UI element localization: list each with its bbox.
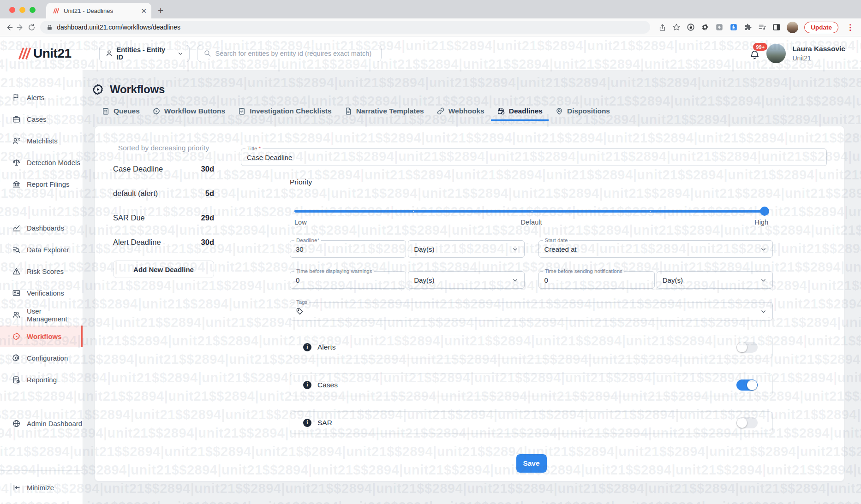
- notification-count-badge: 99+: [753, 43, 767, 51]
- info-icon[interactable]: i: [303, 343, 311, 351]
- toggle-knob: [747, 380, 757, 390]
- password-manager-extension-icon[interactable]: [687, 23, 695, 31]
- sidebar-minimize-button[interactable]: Minimize: [0, 471, 83, 504]
- flag-icon: [12, 93, 21, 102]
- sidebar-item-user-management[interactable]: User Management: [0, 304, 83, 326]
- share-icon[interactable]: [658, 24, 666, 31]
- sidebar-item-dashboards[interactable]: Dashboards: [0, 217, 83, 239]
- chrome-menu-icon[interactable]: ⋮: [844, 23, 856, 32]
- id-card-icon: [12, 289, 21, 297]
- warnings-label: Time before displaying warnings: [294, 268, 374, 274]
- unit21-logo[interactable]: Unit21: [18, 46, 72, 61]
- tab-webhooks[interactable]: Webhooks: [436, 107, 484, 121]
- info-icon[interactable]: i: [303, 419, 311, 427]
- settings-gear-extension-icon[interactable]: [701, 23, 709, 31]
- warnings-unit-select[interactable]: Day(s): [408, 271, 524, 289]
- deadline-unit-select[interactable]: Day(s): [408, 240, 524, 258]
- sidebar-item-report-filings[interactable]: Report Filings: [0, 173, 83, 195]
- entity-search-input[interactable]: Search for entities by entity id (requir…: [197, 45, 382, 62]
- lock-icon[interactable]: [47, 24, 53, 30]
- warnings-amount-input[interactable]: Time before displaying warnings 0: [290, 271, 406, 289]
- sidebar-item-admin-dashboard[interactable]: Admin Dashboard: [0, 413, 83, 434]
- chevron-down-icon: [512, 246, 519, 253]
- deadline-list-item[interactable]: default (alert) 5d: [113, 181, 214, 206]
- title-field-value: Case Deadline: [247, 154, 292, 161]
- sidebar-item-verifications[interactable]: Verifications: [0, 282, 83, 304]
- tab-close-icon[interactable]: ✕: [141, 7, 147, 14]
- user-name: Laura Kassovic: [792, 45, 845, 53]
- info-icon[interactable]: i: [303, 381, 311, 389]
- notifications-unit-select[interactable]: Day(s): [657, 271, 773, 289]
- slider-thumb[interactable]: [760, 207, 769, 216]
- tab-workflow-buttons[interactable]: Workflow Buttons: [152, 107, 225, 121]
- sidebar-item-workflows[interactable]: Workflows: [0, 326, 83, 347]
- tab-queues[interactable]: Queues: [102, 107, 140, 121]
- collapse-sidebar-icon: [12, 483, 21, 492]
- reload-icon[interactable]: [28, 21, 36, 34]
- new-tab-button[interactable]: +: [158, 6, 163, 15]
- sidebar-item-matchlists[interactable]: Matchlists: [0, 130, 83, 152]
- grey-box-extension-icon[interactable]: [715, 23, 723, 31]
- tab-deadlines[interactable]: Deadlines: [497, 107, 543, 121]
- people-icon: [12, 310, 21, 319]
- tab-narrative-templates[interactable]: Narrative Templates: [344, 107, 424, 121]
- notifications-amount-input[interactable]: Time before sending notifications 0: [538, 271, 655, 289]
- bookmark-star-icon[interactable]: [672, 23, 681, 31]
- title-field[interactable]: Title * Case Deadline: [241, 148, 827, 166]
- deadline-amount-input[interactable]: Deadline* 30: [290, 240, 406, 258]
- sidebar-item-reporting[interactable]: Reporting: [0, 369, 83, 391]
- search-placeholder: Search for entities by entity id (requir…: [215, 50, 371, 57]
- chevron-down-icon: [760, 277, 767, 284]
- tab-investigation-checklists[interactable]: Investigation Checklists: [238, 107, 331, 121]
- close-window-button[interactable]: [9, 7, 15, 13]
- notifications-button[interactable]: 99+: [749, 47, 760, 60]
- minimize-window-button[interactable]: [19, 7, 25, 13]
- deadline-list-item[interactable]: Alert Deadline 30d: [113, 230, 214, 255]
- sidebar-item-alerts[interactable]: Alerts: [0, 87, 83, 108]
- page-title-row: Workflows: [91, 83, 861, 96]
- alerts-toggle[interactable]: [736, 342, 758, 353]
- download-extension-icon[interactable]: [729, 23, 738, 31]
- entity-type-select[interactable]: Entities - Entity ID: [99, 45, 190, 62]
- deadline-list-item[interactable]: Case Deadline 30d: [113, 157, 214, 181]
- browser-tabstrip: Unit21 - Deadlines ✕ +: [0, 0, 861, 18]
- tab-label: Queues: [114, 107, 140, 115]
- tags-select[interactable]: Tags: [290, 302, 773, 320]
- browser-tab[interactable]: Unit21 - Deadlines ✕: [46, 3, 151, 18]
- tab-label: Dispositions: [567, 107, 610, 115]
- browser-profile-avatar[interactable]: [787, 22, 798, 33]
- sidebar-item-cases[interactable]: Cases: [0, 108, 83, 130]
- warnings-unit-value: Day(s): [414, 276, 434, 284]
- tab-dispositions[interactable]: Dispositions: [555, 107, 610, 121]
- sidebar-item-label: Admin Dashboard: [27, 420, 82, 427]
- sidebar-item-detection-models[interactable]: Detection Models: [0, 152, 83, 173]
- sidebar-item-configuration[interactable]: Configuration: [0, 347, 83, 369]
- forward-icon[interactable]: [16, 21, 25, 34]
- fullscreen-window-button[interactable]: [30, 7, 36, 13]
- back-icon[interactable]: [5, 21, 13, 34]
- address-bar[interactable]: dashboard.unit21.com/workflows/deadlines: [40, 21, 650, 34]
- media-queue-extension-icon[interactable]: [758, 23, 766, 31]
- user-avatar[interactable]: [766, 44, 786, 63]
- start-date-select[interactable]: Start date Created at: [538, 240, 773, 258]
- calendar-clock-icon: [497, 107, 505, 115]
- minimize-label: Minimize: [27, 484, 54, 492]
- chrome-update-button[interactable]: Update: [804, 22, 838, 33]
- workflow-tabs: Queues Workflow Buttons Investigation Ch…: [102, 107, 861, 121]
- sar-toggle[interactable]: [736, 417, 758, 428]
- deadline-list-item[interactable]: SAR Due 29d: [113, 206, 214, 230]
- deadline-value: 29d: [201, 213, 214, 222]
- add-new-deadline-button[interactable]: Add New Deadline: [113, 261, 214, 278]
- save-button[interactable]: Save: [516, 454, 547, 473]
- user-info[interactable]: Laura Kassovic Unit21: [792, 45, 845, 62]
- extensions-puzzle-icon[interactable]: [744, 23, 752, 31]
- tab-label: Webhooks: [448, 107, 484, 115]
- sidebar-item-label: Report Filings: [27, 180, 70, 188]
- cases-toggle[interactable]: [736, 379, 758, 391]
- sidebar-item-data-explorer[interactable]: Data Explorer: [0, 239, 83, 261]
- slider-tick: [532, 211, 532, 212]
- sidebar-item-risk-scores[interactable]: Risk Scores: [0, 261, 83, 282]
- side-panel-extension-icon[interactable]: [772, 23, 781, 31]
- workflow-badge-icon: [91, 83, 104, 96]
- priority-slider[interactable]: [294, 207, 768, 216]
